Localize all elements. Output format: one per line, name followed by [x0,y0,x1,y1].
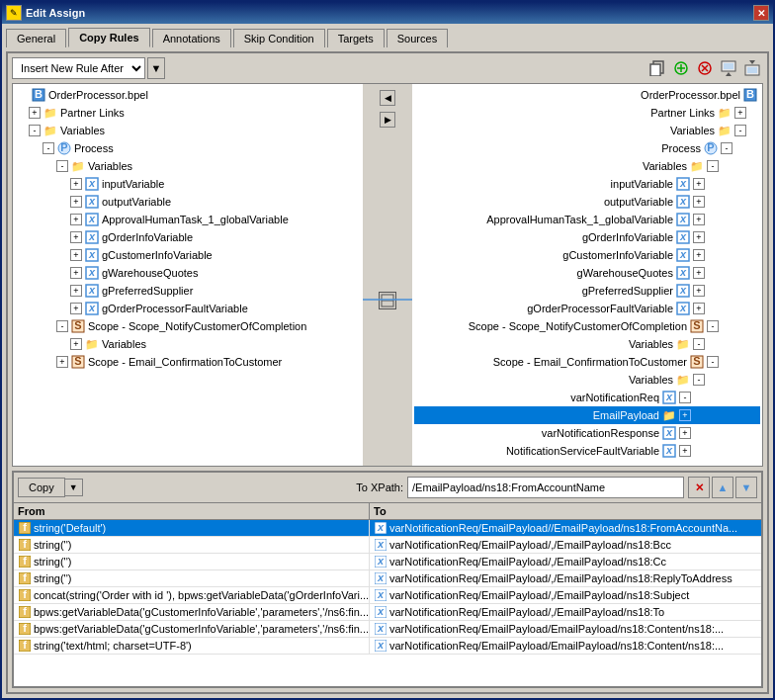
xpath-up-btn[interactable]: ▲ [712,477,733,498]
expand[interactable]: - [679,392,691,403]
insert-dropdown-arrow[interactable]: ▼ [147,57,165,79]
tab-copy-rules[interactable]: Copy Rules [68,28,150,47]
close-button[interactable]: ✕ [753,5,769,21]
expand-gpreferred[interactable]: + [70,285,82,297]
left-variables[interactable]: - 📁 Variables [15,122,361,139]
copy-dropdown-arrow[interactable]: ▼ [65,479,83,496]
left-proc-variables[interactable]: - 📁 Variables [15,157,361,175]
expand[interactable]: + [693,196,705,208]
right-gfault[interactable]: gOrderProcessorFaultVariable x + [414,300,760,317]
expand[interactable]: - [693,374,705,386]
right-email-vars[interactable]: Variables 📁 - [414,371,760,389]
table-row[interactable]: f string('') x varNotificationReq/EmailP… [14,537,761,554]
left-gorderinfo[interactable]: + x gOrderInfoVariable [15,228,361,246]
right-varnotificationresponse[interactable]: varNotificationResponse x + [414,424,760,442]
expand-approvaltask[interactable]: + [70,214,82,225]
right-variables[interactable]: Variables 📁 - [414,122,760,139]
toolbar-add-btn[interactable] [670,57,692,79]
table-row[interactable]: f bpws:getVariableData('gCustomerInfoVar… [14,621,761,638]
expand-outputvar[interactable]: + [70,196,82,208]
right-tree-root[interactable]: OrderProcessor.bpel B [414,86,760,104]
right-scope-vars[interactable]: Variables 📁 - [414,335,760,353]
copy-main-button[interactable]: Copy [18,478,65,497]
expand[interactable]: + [693,249,705,261]
right-varnotificationreq[interactable]: varNotificationReq x - [414,389,760,406]
right-gcustomer[interactable]: gCustomerInfoVariable x + [414,246,760,264]
scroll-down-btn[interactable]: ▶ [380,112,395,128]
expand[interactable]: + [693,285,705,297]
left-scope-notify[interactable]: - S Scope - Scope_NotifyCustomerOfComple… [15,317,361,335]
left-approvaltask[interactable]: + x ApprovalHumanTask_1_globalVariable [15,211,361,228]
expand[interactable]: - [693,338,705,350]
right-scope-email[interactable]: Scope - Email_ConfirmationToCustomer S - [414,353,760,371]
right-inputvariable[interactable]: inputVariable x + [414,175,760,193]
expand[interactable]: - [707,320,719,332]
right-gpreferred[interactable]: gPreferredSupplier x + [414,282,760,300]
right-scope-notify[interactable]: Scope - Scope_NotifyCustomerOfCompletion… [414,317,760,335]
right-outputvariable[interactable]: outputVariable x + [414,193,760,211]
table-row[interactable]: f string('') x varNotificationReq/EmailP… [14,570,761,587]
toolbar-down-btn[interactable] [741,57,763,79]
right-gwarehouse[interactable]: gWarehouseQuotes x + [414,264,760,282]
left-gpreferred[interactable]: + x gPreferredSupplier [15,282,361,300]
expand[interactable]: + [693,267,705,279]
expand[interactable]: - [734,125,746,136]
right-partner-links[interactable]: Partner Links 📁 + [414,104,760,122]
expand-gorderinfo[interactable]: + [70,231,82,243]
left-outputvariable[interactable]: + x outputVariable [15,193,361,211]
expand[interactable]: + [693,303,705,314]
insert-select[interactable]: Insert New Rule After [12,57,145,79]
expand[interactable]: + [693,231,705,243]
expand[interactable]: + [734,107,746,119]
expand[interactable]: + [693,178,705,190]
tab-skip-condition[interactable]: Skip Condition [233,29,325,47]
expand-proc-vars[interactable]: - [56,160,68,172]
left-gcustomer[interactable]: + x gCustomerInfoVariable [15,246,361,264]
expand[interactable]: - [707,356,719,368]
left-partner-links[interactable]: + 📁 Partner Links [15,104,361,122]
right-proc-vars[interactable]: Variables 📁 - [414,157,760,175]
right-approvaltask[interactable]: ApprovalHumanTask_1_globalVariable x + [414,211,760,228]
expand[interactable]: + [679,409,691,421]
right-process[interactable]: Process P - [414,139,760,157]
tab-general[interactable]: General [6,29,66,47]
scroll-up-btn[interactable]: ◀ [380,90,395,106]
expand-gwarehouse[interactable]: + [70,267,82,279]
expand-variables[interactable]: - [29,125,41,136]
xpath-clear-btn[interactable]: ✕ [688,477,710,498]
left-scope-email[interactable]: + S Scope - Email_ConfirmationToCustomer [15,353,361,371]
left-gfault[interactable]: + x gOrderProcessorFaultVariable [15,300,361,317]
toolbar-copy-btn[interactable] [646,57,668,79]
expand[interactable]: + [679,445,691,457]
expand-scope-vars[interactable]: + [70,338,82,350]
expand-scope-email[interactable]: + [56,356,68,368]
right-gorderinfo[interactable]: gOrderInfoVariable x + [414,228,760,246]
tab-annotations[interactable]: Annotations [152,29,231,47]
expand-scope-notify[interactable]: - [56,320,68,332]
left-inputvariable[interactable]: + x inputVariable [15,175,361,193]
expand[interactable]: + [679,427,691,439]
expand-partner-links[interactable]: + [29,107,41,119]
tab-targets[interactable]: Targets [327,29,385,47]
left-scope-vars[interactable]: + 📁 Variables [15,335,361,353]
left-tree-root[interactable]: B OrderProcessor.bpel [15,86,361,104]
toolbar-up-btn[interactable] [718,57,739,79]
table-row[interactable]: f string('text/html; charset=UTF-8') x v… [14,638,761,655]
connection-node[interactable] [379,292,396,309]
left-gwarehouse[interactable]: + x gWarehouseQuotes [15,264,361,282]
toolbar-delete-btn[interactable] [694,57,716,79]
expand-gcustomer[interactable]: + [70,249,82,261]
right-emailpayload[interactable]: EmailPayload 📁 + [414,406,760,424]
expand-inputvar[interactable]: + [70,178,82,190]
tab-sources[interactable]: Sources [387,29,448,47]
table-row[interactable]: f string('Default') x varNotificationReq… [14,520,761,537]
expand-process[interactable]: - [43,142,54,154]
table-row[interactable]: f string('') x varNotificationReq/EmailP… [14,554,761,570]
expand[interactable]: - [721,142,732,154]
expand[interactable]: + [693,214,705,225]
table-row[interactable]: f concat(string('Order with id '), bpws:… [14,587,761,604]
expand-gfault[interactable]: + [70,303,82,314]
table-row[interactable]: f bpws:getVariableData('gCustomerInfoVar… [14,604,761,621]
xpath-input[interactable] [407,477,684,498]
right-faultvariable[interactable]: NotificationServiceFaultVariable x + [414,442,760,460]
